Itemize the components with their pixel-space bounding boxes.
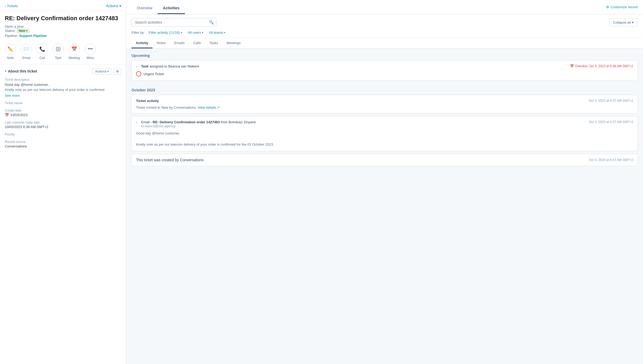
search-icon: 🔍	[209, 20, 214, 25]
filter-users-chevron-icon: ▾	[202, 31, 203, 34]
about-title[interactable]: ▾ About this ticket	[5, 69, 37, 73]
search-input-wrap: 🔍	[132, 18, 217, 27]
ticket-description-field: Ticket description Good day @home custom…	[5, 78, 121, 98]
task-assigned-to: Beanca van Niekerk	[168, 64, 199, 68]
open-duration: Open a year	[5, 24, 121, 28]
gear-icon: ⚙	[116, 69, 119, 73]
ticket-meta: Open a year Status: New ▾ Pipeline: Supp…	[0, 24, 126, 40]
email-body: Good day @home customer, Kindly note as …	[132, 131, 637, 151]
to-label: to	[141, 124, 145, 128]
call-icon: 📞	[37, 44, 48, 55]
record-source-field: Record source Conversations	[5, 140, 121, 148]
email-card-left: › Email - RE: Delivery Confirmation orde…	[136, 120, 256, 128]
gear-settings-button[interactable]: ⚙	[114, 68, 121, 75]
tab-activity[interactable]: Activity	[132, 38, 153, 48]
view-details-link[interactable]: View details ↗	[198, 105, 220, 109]
urgent-circle-icon	[136, 71, 141, 77]
filter-activity-button[interactable]: Filter activity (11/16) ▾	[147, 30, 184, 35]
filter-users-button[interactable]: All users ▾	[186, 30, 205, 35]
expand-icon[interactable]: ›	[136, 64, 137, 69]
filter-teams-button[interactable]: All teams ▾	[207, 30, 227, 35]
meeting-action[interactable]: 📅 Meeting	[69, 44, 80, 60]
note-action[interactable]: ✏️ Note	[5, 44, 16, 60]
settings-icon: ⚙	[606, 5, 609, 9]
task-card: › Task assigned to Beanca van Niekerk 📅 …	[132, 60, 638, 81]
call-label: Call	[40, 56, 45, 60]
filter-by-label: Filter by:	[132, 31, 145, 35]
record-source-label: Record source	[5, 140, 121, 144]
task-label: Task	[55, 56, 62, 60]
filter-teams-chevron-icon: ▾	[224, 31, 225, 34]
activity-feed: Upcoming › Task assigned to Beanca van N…	[126, 49, 643, 364]
more-action[interactable]: ••• More	[85, 44, 96, 60]
filter-activity-label: Filter activity (11/16)	[149, 31, 180, 35]
from-name: Bomikazi Zinyane	[229, 120, 256, 124]
ticket-activity-title: Ticket activity	[136, 99, 159, 103]
tab-tasks[interactable]: Tasks	[205, 38, 222, 48]
tab-activities[interactable]: Activities	[158, 3, 185, 14]
pipeline-link[interactable]: Support Pipeline	[19, 34, 46, 38]
tab-notes[interactable]: Notes	[153, 38, 170, 48]
meeting-label: Meeting	[69, 56, 80, 60]
urgent-row: Urgent Ticket	[132, 71, 637, 80]
pipeline-label: Pipeline:	[5, 34, 18, 38]
email-subject: RE: Delivery Confirmation order 1427483	[153, 120, 220, 124]
tab-meetings[interactable]: Meetings	[222, 38, 245, 48]
tab-overview[interactable]: Overview	[132, 3, 158, 14]
activity-tabs-bar: Activity Notes Emails Calls Tasks Meetin…	[126, 38, 643, 49]
urgent-label: Urgent Ticket	[143, 72, 164, 76]
create-date-value: 📅 10/03/2023	[5, 113, 121, 117]
actions-button[interactable]: Actions ▾	[106, 4, 121, 8]
email-body-line1: Good day @home customer,	[136, 131, 633, 136]
filter-activity-chevron-icon: ▾	[181, 31, 182, 34]
customize-record-button[interactable]: ⚙ Customize record	[606, 5, 638, 12]
about-actions-label: Actions	[95, 69, 107, 73]
search-input[interactable]	[132, 18, 217, 27]
task-action[interactable]: Task	[53, 44, 64, 60]
ticket-activity-title-text: Ticket activity	[136, 99, 159, 103]
ticket-description-label: Ticket description	[5, 78, 121, 82]
status-badge[interactable]: New ▾	[16, 28, 29, 33]
search-bar: 🔍 Collapse all ▾ Filter by: Filter activ…	[126, 14, 643, 38]
ticket-activity-body-text: Ticket moved to New by Conversations.	[136, 105, 197, 109]
email-body-line2: Kindly note as per our telecom delivery …	[136, 142, 633, 147]
note-label: Note	[7, 56, 14, 60]
from-label: from	[221, 120, 229, 124]
external-link-icon: ↗	[217, 105, 220, 109]
status-label: Status:	[5, 29, 15, 33]
meeting-icon: 📅	[69, 44, 80, 55]
status-value: New	[19, 29, 25, 33]
chevron-down-small-icon: ▾	[107, 70, 109, 73]
expand-icon[interactable]: ›	[136, 120, 137, 124]
back-tickets-label: Tickets	[7, 4, 18, 8]
email-icon: ✉️	[21, 44, 32, 55]
about-header: ▾ About this ticket Actions ▾ ⚙	[5, 68, 121, 75]
email-action[interactable]: ✉️ Email	[21, 44, 32, 60]
note-icon: ✏️	[5, 44, 16, 55]
call-action[interactable]: 📞 Call	[37, 44, 48, 60]
tab-emails[interactable]: Emails	[170, 38, 189, 48]
view-details-label: View details	[198, 105, 216, 109]
collapse-all-label: Collapse all	[613, 20, 631, 24]
ticket-activity-date: Oct 3, 2023 at 6:37 AM GMT+2	[589, 99, 633, 103]
about-actions-button[interactable]: Actions ▾	[92, 68, 112, 74]
back-to-tickets-link[interactable]: ‹ Tickets	[5, 4, 18, 8]
october-section-header: October 2023	[132, 83, 638, 95]
collapse-all-button[interactable]: Collapse all ▾	[609, 19, 638, 26]
see-more-link[interactable]: See more	[5, 94, 20, 98]
create-date-label: Create date	[5, 109, 121, 112]
ticket-title-section: RE: Delivery Confirmation order 1427483	[0, 11, 126, 24]
more-icon: •••	[85, 44, 96, 55]
priority-field: Priority	[5, 133, 121, 136]
customize-label: Customize record	[611, 5, 638, 9]
ticket-title: RE: Delivery Confirmation order 1427483	[5, 15, 121, 22]
upcoming-section-header: Upcoming	[132, 49, 638, 60]
tab-calls[interactable]: Calls	[189, 38, 205, 48]
overdue-label: Overdue: Oct 3, 2023 at 6:38 AM GMT+2	[575, 64, 633, 68]
last-reply-value: 10/03/2023 6:38 AM GMT+2	[5, 125, 121, 129]
conversations-card: This ticket was created by Conversations…	[132, 154, 638, 166]
task-prefix: Task	[141, 64, 149, 68]
action-icons-bar: ✏️ Note ✉️ Email 📞 Call Task 📅 Meeting •…	[0, 40, 126, 64]
about-title-text: About this ticket	[8, 69, 37, 73]
record-source-value: Conversations	[5, 144, 121, 148]
